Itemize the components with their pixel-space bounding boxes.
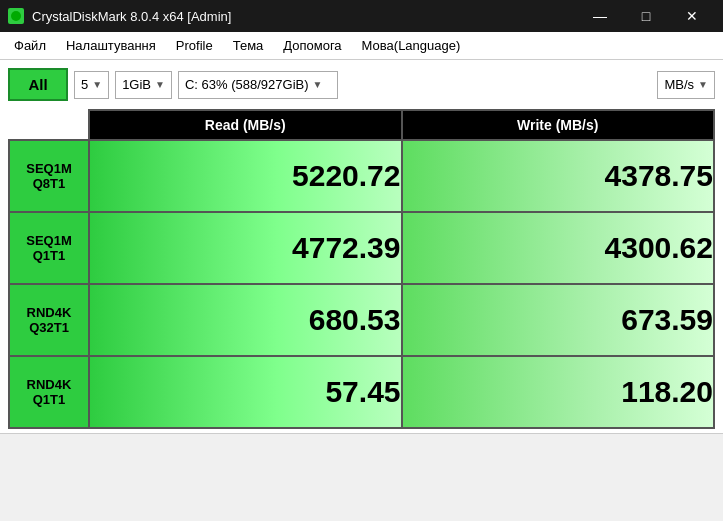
- unit-dropdown[interactable]: MB/s ▼: [657, 71, 715, 99]
- title-bar: CrystalDiskMark 8.0.4 x64 [Admin] — □ ✕: [0, 0, 723, 32]
- size-dropdown[interactable]: 1GiB ▼: [115, 71, 172, 99]
- write-header: Write (MB/s): [402, 110, 715, 140]
- row-label-line2-3: Q1T1: [33, 392, 66, 407]
- write-value-3: 118.20: [402, 356, 715, 428]
- read-value-2: 680.53: [89, 284, 402, 356]
- row-label-line2-0: Q8T1: [33, 176, 66, 191]
- drive-chevron-icon: ▼: [313, 79, 323, 90]
- minimize-button[interactable]: —: [577, 0, 623, 32]
- row-label-line2-1: Q1T1: [33, 248, 66, 263]
- maximize-button[interactable]: □: [623, 0, 669, 32]
- row-label-line2-2: Q32T1: [29, 320, 69, 335]
- row-label-2: RND4KQ32T1: [9, 284, 89, 356]
- menu-file[interactable]: Файл: [4, 34, 56, 57]
- row-label-0: SEQ1MQ8T1: [9, 140, 89, 212]
- benchmark-table: Read (MB/s) Write (MB/s) SEQ1MQ8T15220.7…: [8, 109, 715, 429]
- window-title: CrystalDiskMark 8.0.4 x64 [Admin]: [32, 9, 231, 24]
- all-button[interactable]: All: [8, 68, 68, 101]
- row-label-line1-0: SEQ1M: [26, 161, 72, 176]
- drive-dropdown[interactable]: C: 63% (588/927GiB) ▼: [178, 71, 338, 99]
- close-button[interactable]: ✕: [669, 0, 715, 32]
- row-label-1: SEQ1MQ1T1: [9, 212, 89, 284]
- read-value-1: 4772.39: [89, 212, 402, 284]
- drive-value: C: 63% (588/927GiB): [185, 77, 309, 92]
- runs-value: 5: [81, 77, 88, 92]
- row-label-3: RND4KQ1T1: [9, 356, 89, 428]
- app-icon: [8, 8, 24, 24]
- window-controls: — □ ✕: [577, 0, 715, 32]
- write-value-2: 673.59: [402, 284, 715, 356]
- write-value-1: 4300.62: [402, 212, 715, 284]
- runs-dropdown[interactable]: 5 ▼: [74, 71, 109, 99]
- table-row: RND4KQ1T157.45118.20: [9, 356, 714, 428]
- size-chevron-icon: ▼: [155, 79, 165, 90]
- runs-chevron-icon: ▼: [92, 79, 102, 90]
- size-value: 1GiB: [122, 77, 151, 92]
- menu-bar: Файл Налаштування Profile Тема Допомога …: [0, 32, 723, 60]
- menu-profile[interactable]: Profile: [166, 34, 223, 57]
- row-label-line1-3: RND4K: [27, 377, 72, 392]
- table-row: SEQ1MQ8T15220.724378.75: [9, 140, 714, 212]
- row-label-line1-2: RND4K: [27, 305, 72, 320]
- write-value-0: 4378.75: [402, 140, 715, 212]
- read-header: Read (MB/s): [89, 110, 402, 140]
- table-row: RND4KQ32T1680.53673.59: [9, 284, 714, 356]
- main-content: All 5 ▼ 1GiB ▼ C: 63% (588/927GiB) ▼ MB/…: [0, 60, 723, 433]
- toolbar: All 5 ▼ 1GiB ▼ C: 63% (588/927GiB) ▼ MB/…: [8, 68, 715, 101]
- menu-settings[interactable]: Налаштування: [56, 34, 166, 57]
- menu-help[interactable]: Допомога: [273, 34, 351, 57]
- menu-theme[interactable]: Тема: [223, 34, 274, 57]
- title-bar-left: CrystalDiskMark 8.0.4 x64 [Admin]: [8, 8, 231, 24]
- read-value-3: 57.45: [89, 356, 402, 428]
- svg-point-0: [11, 11, 21, 21]
- read-value-0: 5220.72: [89, 140, 402, 212]
- unit-chevron-icon: ▼: [698, 79, 708, 90]
- row-label-line1-1: SEQ1M: [26, 233, 72, 248]
- unit-value: MB/s: [664, 77, 694, 92]
- status-bar: [0, 433, 723, 461]
- menu-language[interactable]: Мова(Language): [352, 34, 471, 57]
- table-row: SEQ1MQ1T14772.394300.62: [9, 212, 714, 284]
